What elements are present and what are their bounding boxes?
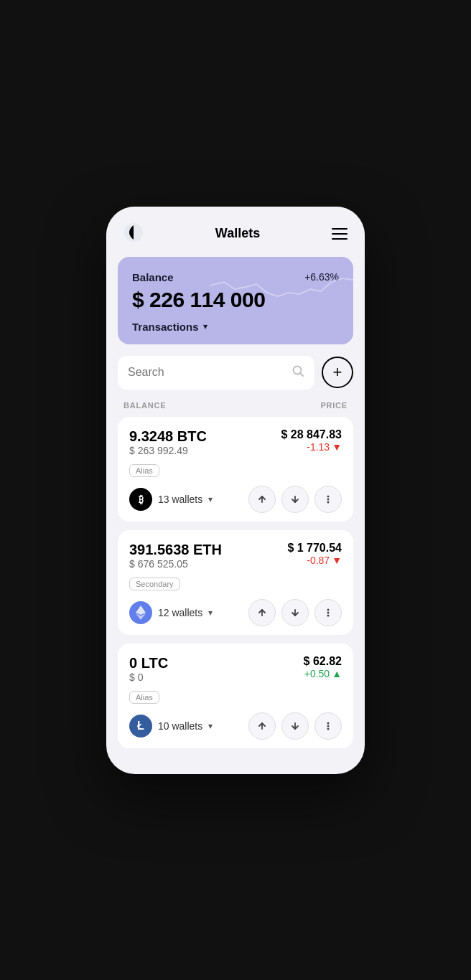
header: Wallets bbox=[106, 207, 365, 257]
svg-point-7 bbox=[327, 501, 330, 503]
search-input[interactable] bbox=[128, 366, 284, 379]
svg-point-17 bbox=[327, 722, 330, 724]
transactions-chevron-icon: ▾ bbox=[203, 321, 207, 331]
eth-more-button[interactable] bbox=[314, 599, 342, 626]
btc-price: $ 28 847.83 bbox=[281, 428, 342, 441]
svg-point-12 bbox=[327, 608, 330, 611]
btc-wallet-count: 13 wallets bbox=[158, 494, 202, 505]
ltc-actions bbox=[248, 712, 342, 740]
svg-point-19 bbox=[327, 727, 330, 730]
price-column-header: PRICE bbox=[320, 401, 348, 410]
ltc-usd: $ 0 bbox=[129, 672, 168, 683]
asset-card-btc: 9.3248 BTC $ 263 992.49 $ 28 847.83 -1.1… bbox=[118, 417, 353, 522]
balance-chart bbox=[210, 257, 353, 314]
btc-change: -1.13 ▼ bbox=[281, 441, 342, 453]
eth-price: $ 1 770.54 bbox=[287, 542, 342, 555]
ltc-alias-tag: Alias bbox=[129, 691, 159, 704]
transactions-row[interactable]: Transactions ▾ bbox=[132, 321, 339, 333]
phone-shell: Wallets Balance +6.63% $ 226 114 000 Tra… bbox=[106, 207, 365, 774]
ltc-send-button[interactable] bbox=[248, 712, 276, 740]
asset-card-ltc: 0 LTC $ 0 $ 62.82 +0.50 ▲ Alias Ł 10 wal… bbox=[118, 644, 353, 748]
svg-point-6 bbox=[327, 498, 330, 500]
btc-alias-tag: Alias bbox=[129, 464, 159, 477]
svg-point-18 bbox=[327, 725, 330, 727]
ltc-amount: 0 LTC bbox=[129, 655, 168, 672]
eth-receive-button[interactable] bbox=[281, 599, 309, 626]
menu-button[interactable] bbox=[332, 228, 348, 240]
btc-amount: 9.3248 BTC bbox=[129, 428, 207, 445]
balance-column-header: BALANCE bbox=[123, 401, 166, 410]
svg-point-13 bbox=[327, 611, 330, 613]
search-icon bbox=[292, 364, 304, 381]
svg-point-14 bbox=[327, 614, 330, 616]
asset-card-eth: 391.5638 ETH $ 676 525.05 $ 1 770.54 -0.… bbox=[118, 530, 353, 635]
eth-usd: $ 676 525.05 bbox=[129, 558, 222, 570]
down-arrow-icon: ▼ bbox=[332, 441, 342, 453]
ltc-price: $ 62.82 bbox=[304, 655, 342, 668]
btc-more-button[interactable] bbox=[314, 486, 342, 513]
add-wallet-button[interactable]: + bbox=[322, 357, 353, 388]
ltc-wallet-count: 10 wallets bbox=[158, 720, 202, 732]
btc-icon: ₿ bbox=[129, 488, 152, 511]
transactions-label: Transactions bbox=[132, 321, 199, 333]
balance-card: Balance +6.63% $ 226 114 000 Transaction… bbox=[118, 257, 353, 344]
btc-usd: $ 263 992.49 bbox=[129, 445, 207, 456]
ltc-icon: Ł bbox=[129, 715, 152, 738]
eth-wallets-chevron-icon: ▾ bbox=[208, 608, 213, 618]
ltc-wallets-chevron-icon: ▾ bbox=[208, 721, 213, 731]
svg-point-5 bbox=[327, 495, 330, 497]
ltc-receive-button[interactable] bbox=[281, 712, 309, 740]
eth-icon bbox=[129, 601, 152, 624]
eth-change: -0.87 ▼ bbox=[287, 555, 342, 566]
search-box bbox=[118, 356, 314, 390]
eth-amount: 391.5638 ETH bbox=[129, 542, 222, 558]
ltc-more-button[interactable] bbox=[314, 712, 342, 740]
btc-send-button[interactable] bbox=[248, 486, 276, 513]
btc-wallets-info[interactable]: ₿ 13 wallets ▾ bbox=[129, 488, 213, 511]
eth-actions bbox=[248, 599, 342, 626]
bottom-spacer bbox=[106, 757, 365, 774]
eth-send-button[interactable] bbox=[248, 599, 276, 626]
page-title: Wallets bbox=[215, 226, 260, 241]
down-arrow-icon: ▼ bbox=[332, 555, 342, 566]
svg-line-2 bbox=[300, 373, 303, 376]
eth-wallet-count: 12 wallets bbox=[158, 607, 202, 618]
eth-wallets-info[interactable]: 12 wallets ▾ bbox=[129, 601, 213, 624]
table-headers: BALANCE PRICE bbox=[106, 398, 365, 417]
app-logo bbox=[123, 222, 144, 245]
btc-wallets-chevron-icon: ▾ bbox=[208, 494, 213, 504]
svg-marker-8 bbox=[136, 606, 146, 615]
up-arrow-icon: ▲ bbox=[332, 668, 342, 679]
btc-receive-button[interactable] bbox=[281, 486, 309, 513]
search-row: + bbox=[106, 356, 365, 398]
eth-alias-tag: Secondary bbox=[129, 578, 180, 590]
btc-actions bbox=[248, 486, 342, 513]
balance-label: Balance bbox=[132, 271, 174, 283]
ltc-change: +0.50 ▲ bbox=[304, 668, 342, 679]
ltc-wallets-info[interactable]: Ł 10 wallets ▾ bbox=[129, 715, 213, 738]
